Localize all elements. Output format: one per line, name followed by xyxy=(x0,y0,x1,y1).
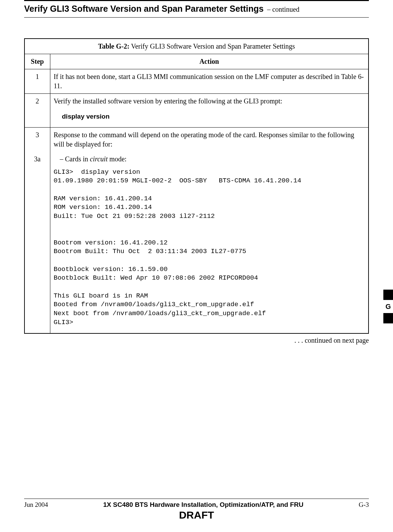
intro-italic: circuit xyxy=(90,155,108,163)
intro-suffix: mode: xyxy=(108,155,127,163)
table-row: 1 If it has not been done, start a GLI3 … xyxy=(24,69,369,94)
action-cell: – Cards in circuit mode: GLI3> display v… xyxy=(50,152,369,334)
table-row: 3 Response to the command will depend on… xyxy=(24,127,369,152)
side-tab-block xyxy=(383,290,393,300)
table-header-row: Step Action xyxy=(24,54,369,69)
table-row: 2 Verify the installed software version … xyxy=(24,94,369,128)
table-caption-label: Table G-2: xyxy=(98,42,129,50)
footer-title: 1X SC480 BTS Hardware Installation, Opti… xyxy=(48,501,359,509)
continued-note: . . . continued on next page xyxy=(24,337,369,344)
table-caption-text: Verify GLI3 Software Version and Span Pa… xyxy=(129,42,295,50)
footer-draft: DRAFT xyxy=(24,509,369,521)
step-number: 1 xyxy=(24,69,50,94)
header-rule-top xyxy=(24,0,369,1)
page-title-continued: – continued xyxy=(267,6,300,13)
footer-row: Jun 2004 1X SC480 BTS Hardware Installat… xyxy=(24,501,369,509)
footer-rule xyxy=(24,499,369,499)
page-footer: Jun 2004 1X SC480 BTS Hardware Installat… xyxy=(24,499,369,521)
terminal-output: GLI3> display version 01.09.1980 20:01:5… xyxy=(54,168,365,327)
col-header-action: Action xyxy=(50,54,369,69)
page-title: Verify GLI3 Software Version and Span Pa… xyxy=(24,4,264,14)
col-header-step: Step xyxy=(24,54,50,69)
side-tab: G xyxy=(383,290,393,325)
footer-page-number: G-3 xyxy=(359,501,369,509)
page-title-row: Verify GLI3 Software Version and Span Pa… xyxy=(24,4,369,14)
subrow-intro: – Cards in circuit mode: xyxy=(60,154,365,164)
side-tab-label: G xyxy=(383,302,393,311)
footer-date: Jun 2004 xyxy=(24,501,48,509)
header-rule-bottom xyxy=(24,17,369,18)
step-number: 3a xyxy=(24,152,50,334)
command-text: display version xyxy=(62,112,365,121)
step-number: 3 xyxy=(24,127,50,152)
procedure-table: Table G-2: Verify GLI3 Software Version … xyxy=(24,38,369,334)
action-intro: Verify the installed software version by… xyxy=(54,97,365,106)
action-cell: If it has not been done, start a GLI3 MM… xyxy=(50,69,369,94)
table-row: 3a – Cards in circuit mode: GLI3> displa… xyxy=(24,152,369,334)
table-caption-row: Table G-2: Verify GLI3 Software Version … xyxy=(24,39,369,54)
action-cell: Verify the installed software version by… xyxy=(50,94,369,128)
step-number: 2 xyxy=(24,94,50,128)
side-tab-block xyxy=(383,313,393,323)
intro-prefix: – Cards in xyxy=(60,155,90,163)
action-cell: Response to the command will depend on t… xyxy=(50,127,369,152)
